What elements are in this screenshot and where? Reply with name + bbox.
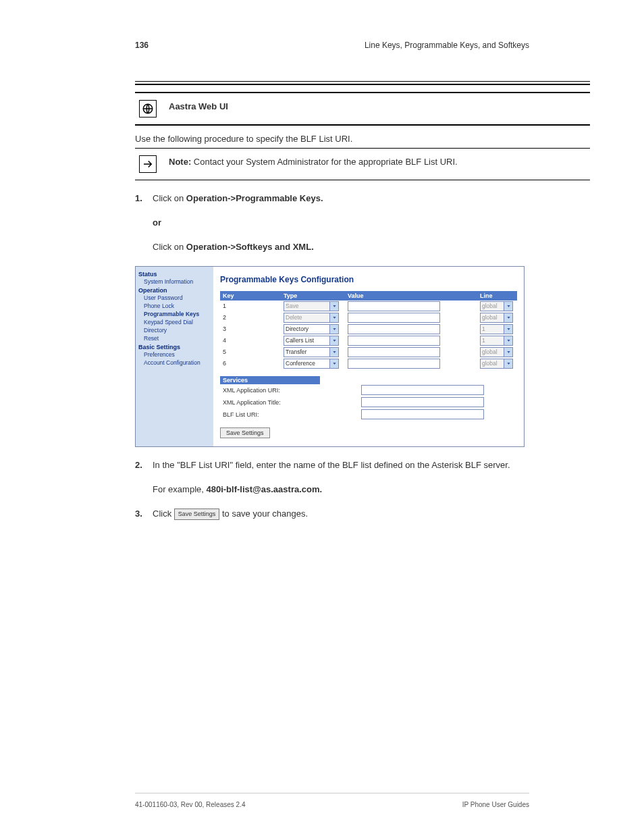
section-title: Line Keys, Programmable Keys, and Softke… — [365, 41, 529, 50]
chevron-down-icon — [504, 302, 512, 311]
value-input[interactable] — [348, 359, 440, 369]
svc-blf-uri-label: BLF List URI: — [220, 411, 324, 418]
svc-xml-uri-label: XML Application URI: — [220, 387, 324, 394]
cell-line: global — [480, 347, 517, 357]
step: 1.Click on Operation->Programmable Keys. — [135, 192, 590, 205]
save-settings-button[interactable]: Save Settings — [220, 427, 270, 438]
step-body: For example, 480i-blf-list@as.aastra.com… — [153, 484, 590, 496]
services-head: Services — [220, 376, 320, 384]
webui-heading: Aastra Web UI — [169, 97, 590, 111]
page-footer: 41-001160-03, Rev 00, Releases 2.4 IP Ph… — [135, 801, 529, 808]
type-select[interactable]: Directory — [284, 324, 339, 334]
divider — [135, 81, 590, 85]
app-screenshot: Status System Information Operation User… — [135, 266, 525, 447]
chevron-down-icon — [504, 336, 512, 345]
cell-type: Save — [284, 301, 348, 311]
service-row: XML Application Title: — [220, 396, 517, 409]
svc-xml-uri-input[interactable] — [361, 385, 484, 395]
table-row: 1Saveglobal — [220, 301, 517, 312]
type-select[interactable]: Delete — [284, 313, 339, 323]
type-select[interactable]: Conference — [284, 359, 339, 369]
type-select[interactable]: Callers List — [284, 336, 339, 346]
col-line: Line — [480, 292, 517, 299]
step-number — [135, 241, 153, 253]
chevron-down-icon — [329, 336, 338, 345]
nav-group-status: Status — [138, 271, 211, 278]
note-prefix: Note: — [169, 157, 191, 167]
cell-type: Conference — [284, 359, 348, 369]
svc-xml-title-label: XML Application Title: — [220, 399, 324, 406]
step: Click on Operation->Softkeys and XML. — [135, 241, 590, 253]
cell-key: 5 — [220, 348, 284, 355]
type-select[interactable]: Transfer — [284, 347, 339, 357]
value-input[interactable] — [348, 324, 440, 334]
value-input[interactable] — [348, 336, 440, 346]
app-title: Programmable Keys Configuration — [220, 275, 517, 284]
table-row: 6Conferenceglobal — [220, 358, 517, 369]
table-row: 2Deleteglobal — [220, 312, 517, 323]
col-key: Key — [220, 292, 284, 299]
cell-line: 1 — [480, 336, 517, 346]
nav-phone-lock[interactable]: Phone Lock — [138, 302, 211, 310]
globe-icon — [139, 100, 157, 118]
cell-key: 2 — [220, 314, 284, 321]
service-row: XML Application URI: — [220, 384, 517, 396]
footer-rule — [135, 793, 529, 793]
cell-line: global — [480, 301, 517, 311]
step-body: In the "BLF List URI" field, enter the n… — [153, 459, 590, 471]
table-head: Key Type Value Line — [220, 291, 517, 301]
nav-group-basic: Basic Settings — [138, 344, 211, 350]
chevron-down-icon — [329, 348, 338, 357]
chevron-down-icon — [504, 325, 512, 334]
col-type: Type — [284, 292, 348, 299]
nav-preferences[interactable]: Preferences — [138, 350, 211, 359]
cell-type: Transfer — [284, 347, 348, 357]
svc-xml-title-input[interactable] — [361, 397, 484, 407]
sidebar: Status System Information Operation User… — [136, 267, 213, 446]
line-select[interactable]: 1 — [480, 336, 513, 346]
line-select[interactable]: global — [480, 313, 513, 323]
cell-type: Delete — [284, 313, 348, 323]
nav-directory[interactable]: Directory — [138, 326, 211, 334]
type-select[interactable]: Save — [284, 301, 339, 311]
col-value: Value — [348, 292, 480, 299]
cell-line: 1 — [480, 324, 517, 334]
footer-doc-title: IP Phone User Guides — [462, 801, 529, 808]
value-input[interactable] — [348, 347, 440, 357]
nav-reset[interactable]: Reset — [138, 334, 211, 342]
table-row: 3Directory1 — [220, 323, 517, 335]
step-number — [135, 484, 153, 496]
instruction-intro: Use the following procedure to specify t… — [135, 134, 590, 144]
page-number: 136 — [135, 41, 149, 50]
line-select[interactable]: global — [480, 301, 513, 311]
step-number: 1. — [135, 192, 153, 205]
line-select[interactable]: 1 — [480, 324, 513, 334]
nav-programmable-keys[interactable]: Programmable Keys — [138, 310, 211, 318]
step-body: Click Save Settings to save your changes… — [153, 508, 590, 520]
cell-line: global — [480, 359, 517, 369]
table-row: 5Transferglobal — [220, 346, 517, 358]
step-body: Click on Operation->Programmable Keys. — [153, 192, 590, 205]
chevron-down-icon — [504, 313, 512, 322]
line-select[interactable]: global — [480, 347, 513, 357]
chevron-down-icon — [329, 302, 338, 311]
note-body: Contact your System Administrator for th… — [194, 157, 458, 167]
step: or — [135, 217, 590, 229]
nav-system-information[interactable]: System Information — [138, 278, 211, 286]
cell-key: 6 — [220, 360, 284, 367]
nav-user-password[interactable]: User Password — [138, 294, 211, 302]
note-callout: Note: Contact your System Administrator … — [135, 149, 590, 180]
table-row: 4Callers List1 — [220, 335, 517, 346]
svc-blf-uri-input[interactable] — [361, 409, 484, 419]
nav-account-configuration[interactable]: Account Configuration — [138, 359, 211, 367]
cell-value — [348, 347, 480, 357]
step: 2.In the "BLF List URI" field, enter the… — [135, 459, 590, 471]
cell-type: Callers List — [284, 336, 348, 346]
value-input[interactable] — [348, 301, 440, 311]
nav-keypad-speed-dial[interactable]: Keypad Speed Dial — [138, 318, 211, 326]
cell-value — [348, 336, 480, 346]
app-main: Programmable Keys Configuration Key Type… — [213, 267, 524, 446]
step-number: 2. — [135, 459, 153, 471]
value-input[interactable] — [348, 313, 440, 323]
line-select[interactable]: global — [480, 359, 513, 369]
